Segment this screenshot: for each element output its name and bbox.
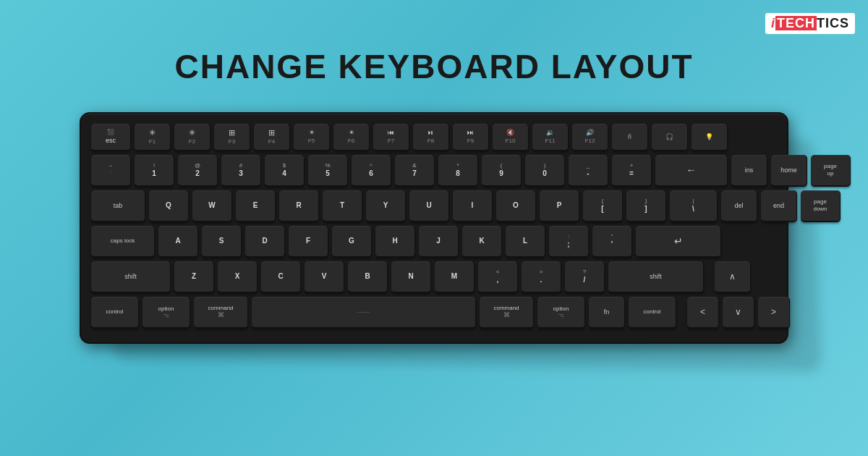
key-f2: ✳ F2 [174, 124, 210, 151]
key-enter: ↵ [636, 226, 721, 258]
key-period: > . [522, 261, 561, 293]
key-r: R [279, 190, 319, 222]
key-fn: fn [589, 297, 625, 329]
key-h: H [375, 226, 415, 258]
key-f4: ⊞ F4 [254, 124, 290, 151]
key-o: O [496, 190, 536, 222]
key-comma: < , [478, 261, 518, 293]
key-f7: ⏮ F7 [373, 124, 409, 151]
key-f5: ☀ F5 [294, 124, 330, 151]
key-9: ( 9 [482, 155, 522, 187]
key-lbracket: { [ [583, 190, 623, 222]
key-esc: ⬛ esc [91, 124, 131, 151]
key-i: I [453, 190, 493, 222]
key-2: @ 2 [178, 155, 218, 187]
key-lcontrol: control [91, 297, 139, 329]
key-k: K [462, 226, 502, 258]
key-pgup: page up [811, 155, 851, 187]
key-rshift: shift [608, 261, 704, 293]
key-equals: + = [612, 155, 652, 187]
key-7: & 7 [395, 155, 435, 187]
key-left: < [687, 297, 719, 329]
key-end: end [761, 190, 797, 222]
key-f1: ✳ F1 [135, 124, 171, 151]
key-minus: _ - [569, 155, 608, 187]
key-f10: 🔇 F10 [493, 124, 529, 151]
key-f9: ⏭ F9 [453, 124, 489, 151]
key-y: Y [366, 190, 406, 222]
key-u: U [409, 190, 449, 222]
key-d: D [245, 226, 285, 258]
key-del: del [721, 190, 757, 222]
key-m: M [435, 261, 475, 293]
qwerty-row: tab Q W E R T Y U I O P { [ } ] | \ d [91, 190, 777, 222]
key-f8: ⏯ F8 [413, 124, 449, 151]
key-space: —— [252, 297, 476, 329]
key-6: ^ 6 [352, 155, 391, 187]
key-t: T [323, 190, 362, 222]
key-scroll: 🎧 [652, 124, 688, 151]
key-z: Z [174, 261, 214, 293]
key-semicolon: : ; [549, 226, 589, 258]
key-f: F [289, 226, 328, 258]
key-s: S [202, 226, 242, 258]
key-b: B [348, 261, 388, 293]
key-capslock: caps lock [91, 226, 155, 258]
number-row: ~ ` ! 1 @ 2 # 3 $ 4 % 5 [91, 155, 777, 187]
key-loption: option ⌥ [142, 297, 190, 329]
key-f11: 🔉 F11 [532, 124, 569, 151]
key-f3: ⊞ F3 [214, 124, 250, 151]
key-x: X [218, 261, 258, 293]
key-f6: ☀ F6 [333, 124, 370, 151]
key-3: # 3 [221, 155, 261, 187]
key-roption: option ⌥ [537, 297, 585, 329]
key-p: P [540, 190, 579, 222]
key-rcommand: command ⌘ [480, 297, 534, 329]
key-slash: ? / [565, 261, 605, 293]
key-q: Q [149, 190, 189, 222]
key-rcontrol: control [629, 297, 676, 329]
key-4: $ 4 [265, 155, 305, 187]
key-1: ! 1 [135, 155, 174, 187]
key-c: C [261, 261, 301, 293]
key-g: G [332, 226, 372, 258]
key-lcommand: command ⌘ [194, 297, 248, 329]
key-5: % 5 [308, 155, 348, 187]
fn-row: ⬛ esc ✳ F1 ✳ F2 ⊞ F3 [91, 124, 777, 151]
key-l: L [506, 226, 545, 258]
key-print: ⎙ [612, 124, 648, 151]
key-w: W [192, 190, 232, 222]
key-backslash: | \ [670, 190, 718, 222]
key-pause: 💡 [692, 124, 728, 151]
key-right: > [758, 297, 790, 329]
key-pgdn: page down [801, 190, 841, 222]
key-quote: " ' [592, 226, 632, 258]
key-f12: 🔊 F12 [572, 124, 608, 151]
page-title: CHANGE KEYBOARD LAYOUT [0, 47, 868, 86]
key-v: V [305, 261, 344, 293]
bottom-row: control option ⌥ command ⌘ —— command ⌘ … [91, 297, 777, 329]
key-j: J [419, 226, 459, 258]
key-lshift: shift [91, 261, 171, 293]
key-a: A [158, 226, 198, 258]
key-0: ) 0 [525, 155, 565, 187]
logo: iTECHTICS [765, 13, 855, 34]
key-backspace: ← [655, 155, 728, 187]
key-up: ∧ [715, 261, 751, 293]
key-rbracket: } ] [626, 190, 666, 222]
key-e: E [236, 190, 276, 222]
key-home: home [771, 155, 807, 187]
key-8: * 8 [438, 155, 478, 187]
key-backtick: ~ ` [91, 155, 131, 187]
key-tab: tab [91, 190, 145, 222]
asdf-row: caps lock A S D F G H J K L : ; " ' ↵ [91, 226, 777, 258]
key-n: N [391, 261, 431, 293]
keyboard: ⬛ esc ✳ F1 ✳ F2 ⊞ F3 [80, 112, 788, 344]
key-down: ∨ [723, 297, 754, 329]
keyboard-image: ⬛ esc ✳ F1 ✳ F2 ⊞ F3 [80, 112, 788, 344]
zxcv-row: shift Z X C V B N M < , > . ? / shift [91, 261, 777, 293]
key-ins: ins [731, 155, 767, 187]
